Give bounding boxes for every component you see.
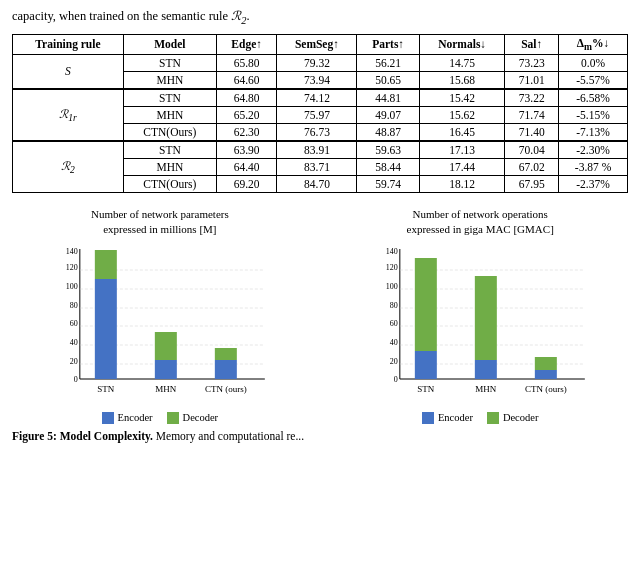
col-header-edge: Edge↑ <box>216 34 277 54</box>
svg-text:120: 120 <box>66 263 78 272</box>
svg-text:0: 0 <box>74 375 78 384</box>
cell-model: STN <box>123 89 216 107</box>
cell-sal: 70.04 <box>505 141 559 159</box>
right-legend: Encoder Decoder <box>422 412 539 424</box>
cell-normals: 15.68 <box>419 71 505 89</box>
cell-delta: -6.58% <box>559 89 628 107</box>
svg-text:100: 100 <box>66 282 78 291</box>
cell-semseg: 76.73 <box>277 123 357 141</box>
table-row: ℛ1rSTN64.8074.1244.8115.4273.22-6.58% <box>13 89 628 107</box>
stn-label-left: STN <box>97 384 115 394</box>
cell-normals: 16.45 <box>419 123 505 141</box>
cell-delta: -5.15% <box>559 106 628 123</box>
cell-model: MHN <box>123 71 216 89</box>
rule-cell: ℛ1r <box>13 89 124 141</box>
svg-text:140: 140 <box>66 247 78 256</box>
right-chart-area: 0 20 40 60 80 100 120 140 <box>332 244 628 408</box>
cell-sal: 73.23 <box>505 54 559 71</box>
cell-semseg: 79.32 <box>277 54 357 71</box>
cell-normals: 17.44 <box>419 158 505 175</box>
cell-parts: 59.63 <box>357 141 419 159</box>
mhn-label-left: MHN <box>155 384 177 394</box>
cell-normals: 18.12 <box>419 175 505 192</box>
cell-delta: -2.37% <box>559 175 628 192</box>
svg-text:0: 0 <box>394 375 398 384</box>
cell-edge: 62.30 <box>216 123 277 141</box>
cell-delta: -3.87 % <box>559 158 628 175</box>
cell-model: MHN <box>123 106 216 123</box>
cell-normals: 14.75 <box>419 54 505 71</box>
cell-edge: 63.90 <box>216 141 277 159</box>
col-header-normals: Normals↓ <box>419 34 505 54</box>
left-chart-area: 0 20 40 60 80 100 120 140 <box>12 244 308 408</box>
cell-semseg: 83.91 <box>277 141 357 159</box>
figure-caption-text: Memory and computational re... <box>156 430 304 442</box>
cell-edge: 64.80 <box>216 89 277 107</box>
table-row: SSTN65.8079.3256.2114.7573.230.0% <box>13 54 628 71</box>
svg-text:80: 80 <box>70 301 78 310</box>
intro-text: capacity, when trained on the semantic r… <box>12 8 628 26</box>
decoder-legend-right: Decoder <box>487 412 539 424</box>
col-header-rule: Training rule <box>13 34 124 54</box>
mhn-encoder-bar-left <box>155 360 177 379</box>
mhn-decoder-bar-right <box>475 276 497 360</box>
cell-parts: 58.44 <box>357 158 419 175</box>
col-header-semseg: SemSeg↑ <box>277 34 357 54</box>
encoder-label-right: Encoder <box>438 412 473 423</box>
col-header-model: Model <box>123 34 216 54</box>
decoder-legend-left: Decoder <box>167 412 219 424</box>
cell-normals: 17.13 <box>419 141 505 159</box>
encoder-swatch-right <box>422 412 434 424</box>
stn-decoder-bar-left <box>95 250 117 279</box>
col-header-parts: Parts↑ <box>357 34 419 54</box>
cell-model: CTN(Ours) <box>123 175 216 192</box>
ctn-encoder-bar-right <box>535 370 557 379</box>
cell-edge: 65.80 <box>216 54 277 71</box>
ctn-encoder-bar-left <box>215 360 237 379</box>
cell-parts: 44.81 <box>357 89 419 107</box>
cell-delta: 0.0% <box>559 54 628 71</box>
svg-text:40: 40 <box>70 338 78 347</box>
left-legend: Encoder Decoder <box>102 412 219 424</box>
cell-semseg: 84.70 <box>277 175 357 192</box>
results-table: Training rule Model Edge↑ SemSeg↑ Parts↑… <box>12 34 628 193</box>
cell-semseg: 73.94 <box>277 71 357 89</box>
stn-encoder-bar-right <box>415 351 437 379</box>
stn-label-right: STN <box>418 384 436 394</box>
figure-caption: Figure 5: Model Complexity. Memory and c… <box>12 430 628 442</box>
decoder-swatch-left <box>167 412 179 424</box>
cell-model: STN <box>123 54 216 71</box>
svg-text:60: 60 <box>390 319 398 328</box>
figure-caption-bold: Figure 5: Model Complexity. <box>12 430 153 442</box>
left-chart-title: Number of network parametersexpressed in… <box>91 207 229 238</box>
svg-text:20: 20 <box>70 357 78 366</box>
encoder-legend-left: Encoder <box>102 412 153 424</box>
cell-sal: 71.01 <box>505 71 559 89</box>
ctn-decoder-bar-left <box>215 348 237 360</box>
charts-container: Number of network parametersexpressed in… <box>12 207 628 424</box>
svg-text:20: 20 <box>390 357 398 366</box>
cell-normals: 15.42 <box>419 89 505 107</box>
cell-sal: 67.95 <box>505 175 559 192</box>
rule-cell: S <box>13 54 124 89</box>
cell-sal: 71.74 <box>505 106 559 123</box>
svg-text:100: 100 <box>386 282 398 291</box>
cell-edge: 69.20 <box>216 175 277 192</box>
cell-semseg: 74.12 <box>277 89 357 107</box>
left-bar-chart: 0 20 40 60 80 100 120 140 <box>12 244 308 404</box>
stn-encoder-bar-left <box>95 279 117 379</box>
cell-delta: -2.30% <box>559 141 628 159</box>
col-header-sal: Sal↑ <box>505 34 559 54</box>
cell-edge: 65.20 <box>216 106 277 123</box>
right-chart-wrapper: Number of network operationsexpressed in… <box>332 207 628 424</box>
cell-edge: 64.40 <box>216 158 277 175</box>
svg-text:120: 120 <box>386 263 398 272</box>
right-bar-chart: 0 20 40 60 80 100 120 140 <box>332 244 628 404</box>
right-chart-title: Number of network operationsexpressed in… <box>407 207 554 238</box>
cell-parts: 56.21 <box>357 54 419 71</box>
encoder-swatch-left <box>102 412 114 424</box>
cell-parts: 48.87 <box>357 123 419 141</box>
mhn-encoder-bar-right <box>475 360 497 379</box>
cell-model: CTN(Ours) <box>123 123 216 141</box>
encoder-legend-right: Encoder <box>422 412 473 424</box>
